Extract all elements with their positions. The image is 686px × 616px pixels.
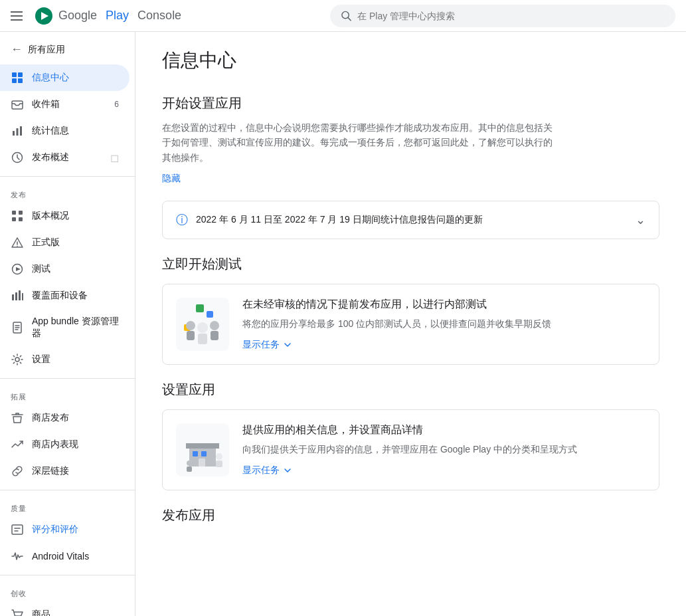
task-title-0: 在未经审核的情况下提前发布应用，以进行内部测试	[242, 298, 645, 312]
sidebar-label-version-overview: 版本概况	[32, 210, 69, 222]
sidebar-label-inbox: 收件箱	[32, 98, 60, 110]
search-input[interactable]	[357, 11, 665, 21]
sidebar-item-store-publish[interactable]: 商店发布	[0, 405, 129, 431]
setup-section: 开始设置应用 在您设置的过程中，信息中心会说明您需要执行哪些操作才能成功发布应用…	[162, 94, 659, 185]
divider-2	[0, 378, 135, 379]
chevron-down-icon-1	[282, 465, 293, 476]
task-action-label-1: 显示任务	[242, 464, 280, 476]
star-icon	[11, 523, 24, 536]
svg-rect-7	[18, 78, 23, 83]
logo-google: Google	[58, 9, 97, 23]
gear-icon	[11, 353, 24, 366]
sidebar-item-store-performance[interactable]: 商店内表现	[0, 431, 129, 458]
svg-rect-22	[15, 292, 17, 300]
expand-icon: ⌄	[636, 213, 645, 227]
task-illustration-0	[176, 298, 229, 351]
sidebar-item-products[interactable]: 商品	[0, 601, 129, 616]
svg-rect-53	[201, 451, 207, 457]
svg-point-29	[15, 358, 19, 361]
task-section-title-test: 立即开始测试	[162, 255, 659, 273]
main-content: 信息中心 开始设置应用 在您设置的过程中，信息中心会说明您需要执行哪些操作才能成…	[135, 32, 686, 616]
logo-console: Console	[137, 9, 181, 23]
sidebar-item-inbox[interactable]: 收件箱 6	[0, 91, 129, 118]
task-section-setup: 设置应用	[162, 381, 659, 490]
svg-rect-44	[187, 331, 195, 340]
section-label-expand: 拓展	[0, 384, 135, 405]
svg-rect-14	[19, 211, 23, 215]
svg-rect-9	[13, 131, 15, 136]
svg-point-18	[17, 246, 18, 247]
svg-rect-23	[19, 290, 21, 300]
task-action-1[interactable]: 显示任务	[242, 464, 645, 476]
section-label-revenue: 创收	[0, 581, 135, 601]
divider-4	[0, 575, 135, 575]
svg-rect-24	[22, 293, 23, 300]
sidebar-item-deep-links[interactable]: 深层链接	[0, 458, 129, 484]
sidebar-item-test[interactable]: 测试	[0, 256, 129, 282]
sidebar-item-settings[interactable]: 设置	[0, 346, 129, 373]
task-action-0[interactable]: 显示任务	[242, 339, 645, 351]
body: ← 所有应用 信息中心 收件箱 6	[0, 32, 686, 616]
info-icon: ⓘ	[176, 212, 188, 228]
sidebar-item-ratings[interactable]: 评分和评价	[0, 516, 129, 543]
svg-point-43	[186, 321, 195, 330]
sidebar-item-coverage[interactable]: 覆盖面和设备	[0, 282, 129, 309]
sidebar-label-products: 商品	[32, 609, 50, 616]
svg-point-45	[197, 322, 208, 333]
store-icon	[11, 411, 24, 425]
sidebar-item-release[interactable]: 正式版	[0, 229, 129, 256]
sidebar-label-deep-links: 深层链接	[32, 465, 69, 477]
chart-bar-icon	[11, 289, 24, 302]
back-button[interactable]: ← 所有应用	[0, 37, 135, 62]
inbox-badge: 6	[114, 100, 119, 109]
search-icon	[341, 10, 352, 22]
trending-icon	[11, 438, 24, 451]
vitals-icon	[11, 550, 24, 563]
task-section-test: 立即开始测试	[162, 255, 659, 365]
sidebar-item-publish-overview[interactable]: 发布概述 ◻	[0, 144, 129, 171]
sidebar-item-appbundle[interactable]: App bundle 资源管理器	[0, 309, 129, 346]
svg-rect-48	[211, 331, 218, 340]
logo-play: Play	[106, 9, 129, 23]
svg-rect-4	[12, 72, 17, 77]
header: Google Play Console	[0, 0, 686, 32]
sidebar-label-appbundle: App bundle 资源管理器	[32, 316, 119, 340]
sidebar-item-info-center[interactable]: 信息中心	[0, 64, 129, 91]
grid-icon	[11, 71, 24, 84]
svg-rect-6	[12, 78, 17, 83]
sidebar: ← 所有应用 信息中心 收件箱 6	[0, 32, 135, 616]
banner-text: 2022 年 6 月 11 日至 2022 年 7 月 19 日期间统计信息报告…	[196, 214, 628, 226]
task-content-1: 提供应用的相关信息，并设置商品详情 向我们提供关于应用内容的信息，并管理应用在 …	[242, 423, 645, 476]
play-store-icon	[35, 7, 53, 25]
menu-icon[interactable]	[11, 8, 27, 24]
svg-line-3	[348, 17, 351, 20]
info-banner[interactable]: ⓘ 2022 年 6 月 11 日至 2022 年 7 月 19 日期间统计信息…	[162, 201, 659, 239]
logo-text: Google Play Console	[58, 9, 181, 23]
divider-1	[0, 176, 135, 177]
search-bar[interactable]	[330, 5, 675, 27]
svg-rect-54	[199, 459, 205, 466]
svg-point-57	[187, 461, 192, 466]
task-section-title-publish: 发布应用	[162, 506, 659, 524]
divider-3	[0, 490, 135, 490]
sidebar-label-store-performance: 商店内表现	[32, 439, 78, 451]
sidebar-label-settings: 设置	[32, 354, 50, 365]
sidebar-label-coverage: 覆盖面和设备	[32, 290, 88, 302]
sidebar-item-stats[interactable]: 统计信息	[0, 118, 129, 144]
sidebar-label-info-center: 信息中心	[32, 72, 69, 84]
apps-icon	[11, 209, 24, 223]
sidebar-item-version-overview[interactable]: 版本概况	[0, 203, 129, 229]
task-section-title-setup: 设置应用	[162, 381, 659, 399]
sidebar-label-publish-overview: 发布概述	[32, 152, 69, 163]
task-desc-1: 向我们提供关于应用内容的信息，并管理应用在 Google Play 中的分类和呈…	[242, 443, 645, 457]
svg-point-55	[216, 453, 222, 460]
sidebar-label-android-vitals: Android Vitals	[32, 551, 89, 562]
task-desc-0: 将您的应用分享给最多 100 位内部测试人员，以便排查问题并收集早期反馈	[242, 317, 645, 331]
sidebar-item-android-vitals[interactable]: Android Vitals	[0, 543, 129, 569]
publish-badge: ◻	[110, 152, 119, 164]
svg-rect-40	[196, 304, 204, 312]
hide-link[interactable]: 隐藏	[162, 173, 181, 183]
inbox-icon	[11, 98, 24, 111]
sidebar-label-release: 正式版	[32, 237, 60, 249]
setup-title: 开始设置应用	[162, 94, 659, 112]
